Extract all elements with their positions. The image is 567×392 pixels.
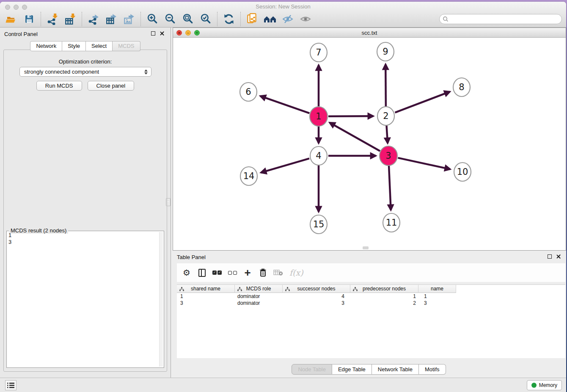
deselect-all-button[interactable] (228, 267, 237, 278)
edge-4-14[interactable] (261, 158, 309, 172)
tab-network-table[interactable]: Network Table (372, 364, 419, 375)
close-panel-button[interactable]: Close panel (88, 81, 135, 91)
export-image-button[interactable] (120, 11, 138, 27)
network-canvas[interactable]: 7968124314101511 (173, 38, 566, 250)
graph-node-8[interactable]: 8 (453, 78, 470, 97)
table-panel-header: Table Panel (171, 251, 566, 263)
table-options-button[interactable]: ⚙ (182, 267, 191, 278)
graph-node-3[interactable]: 3 (380, 146, 397, 166)
table-cell[interactable]: dominator (235, 300, 283, 306)
save-icon (24, 14, 35, 25)
edge-3-1[interactable] (330, 123, 380, 151)
table-cell[interactable]: 3 (283, 300, 350, 306)
refresh-button[interactable] (220, 11, 238, 27)
select-all-button[interactable]: ✓✓ (212, 267, 222, 278)
save-session-button[interactable] (20, 11, 38, 27)
hide-selected-button[interactable] (279, 11, 297, 27)
graph-node-4[interactable]: 4 (310, 146, 327, 165)
table-cell[interactable]: 1 (418, 293, 456, 300)
column-header-shared-name[interactable]: shared name (177, 285, 235, 293)
edge-1-2[interactable] (328, 116, 373, 116)
edge-2-8[interactable] (395, 92, 450, 113)
import-network-button[interactable] (44, 11, 61, 27)
node-label: 4 (316, 151, 321, 161)
float-table-panel-icon[interactable] (548, 254, 552, 259)
close-table-panel-icon[interactable] (556, 254, 561, 259)
show-columns-button[interactable] (197, 267, 206, 278)
float-panel-icon[interactable] (151, 31, 155, 36)
table-cell[interactable]: 4 (283, 293, 350, 300)
edge-3-11[interactable] (389, 166, 391, 210)
tab-select[interactable]: Select (86, 41, 113, 51)
run-mcds-button[interactable]: Run MCDS (36, 81, 82, 91)
table-cell[interactable]: dominator (235, 293, 283, 300)
table-cell[interactable]: 1 (177, 293, 235, 300)
table-cell[interactable]: 3 (177, 300, 235, 306)
add-row-button[interactable]: + (243, 267, 252, 278)
columns-icon (198, 269, 206, 277)
memory-button[interactable]: Memory (527, 380, 562, 390)
splitter-handle[interactable] (166, 198, 171, 206)
column-header-MCDS-role[interactable]: MCDS role (235, 285, 283, 293)
import-table-button[interactable] (61, 11, 79, 27)
open-file-button[interactable] (3, 11, 20, 27)
export-table-button[interactable] (102, 11, 120, 27)
show-all-button[interactable] (297, 11, 314, 27)
toolbar-separator (240, 12, 241, 26)
edge-2-9[interactable] (385, 64, 386, 106)
duplicate-network-button[interactable] (243, 11, 261, 27)
graph-node-15[interactable]: 15 (310, 215, 327, 234)
task-history-button[interactable] (5, 380, 17, 390)
function-builder-button[interactable]: f(x) (289, 267, 303, 278)
graph-node-2[interactable]: 2 (377, 107, 394, 125)
search-input[interactable] (451, 15, 561, 23)
graph-node-11[interactable]: 11 (383, 213, 400, 232)
close-panel-icon[interactable] (159, 30, 165, 36)
graph-node-9[interactable]: 9 (377, 42, 394, 61)
graph-node-14[interactable]: 14 (240, 167, 257, 185)
edge-2-3[interactable] (386, 126, 388, 143)
zoom-in-button[interactable] (143, 11, 161, 27)
column-header-predecessor-nodes[interactable]: predecessor nodes (350, 285, 418, 293)
unchecked-box-icon (228, 271, 232, 275)
table-panel: Table Panel ⚙ ✓✓ + (171, 251, 566, 378)
network-resize-handle[interactable] (363, 246, 369, 249)
zoom-fit-button[interactable] (179, 11, 197, 27)
graph-node-10[interactable]: 10 (454, 163, 471, 181)
table-row[interactable]: 3dominator323 (177, 300, 565, 306)
attribute-type-icon (237, 287, 242, 291)
app-window: Session: New Session (0, 2, 566, 392)
table-cell[interactable]: 3 (418, 300, 456, 306)
tab-network[interactable]: Network (30, 41, 62, 51)
table-row[interactable]: 1dominator411 (177, 293, 565, 300)
export-network-button[interactable] (85, 11, 102, 27)
first-neighbors-button[interactable] (261, 11, 279, 27)
mcds-result-text[interactable]: 1 3 (8, 232, 159, 367)
table-cell[interactable]: 1 (350, 293, 418, 300)
table-cell[interactable]: 2 (350, 300, 418, 306)
column-header-successor-nodes[interactable]: successor nodes (283, 285, 350, 293)
graph-node-6[interactable]: 6 (240, 83, 257, 101)
houses-icon (263, 14, 277, 25)
zoom-out-icon (164, 13, 176, 25)
tab-style[interactable]: Style (62, 41, 86, 51)
tab-node-table[interactable]: Node Table (292, 364, 332, 375)
column-header-name[interactable]: name (418, 285, 456, 293)
result-scrollbar[interactable] (159, 232, 163, 367)
tab-edge-table[interactable]: Edge Table (332, 364, 372, 375)
network-title: scc.txt (173, 30, 566, 36)
graph-node-1[interactable]: 1 (310, 107, 328, 126)
tab-mcds[interactable]: MCDS (113, 41, 140, 51)
node-label: 1 (316, 111, 321, 121)
optimization-dropdown[interactable]: strongly connected component (19, 67, 151, 77)
edge-3-10[interactable] (398, 158, 450, 169)
delete-columns-button[interactable] (273, 267, 284, 278)
edge-1-6[interactable] (260, 96, 309, 113)
delete-rows-button[interactable] (258, 267, 267, 278)
delete-column-icon (273, 269, 284, 276)
refresh-icon (223, 13, 235, 25)
graph-node-7[interactable]: 7 (310, 43, 327, 62)
tab-motifs[interactable]: Motifs (419, 364, 446, 375)
zoom-out-button[interactable] (161, 11, 179, 27)
zoom-selected-button[interactable] (197, 11, 215, 27)
